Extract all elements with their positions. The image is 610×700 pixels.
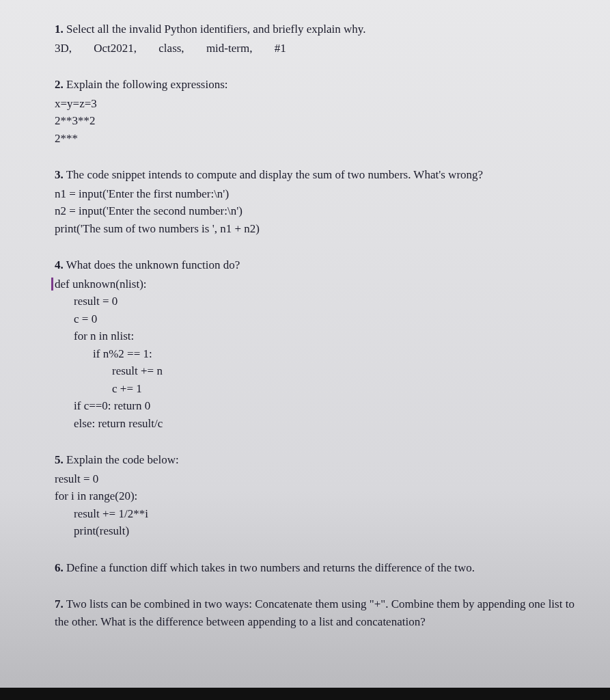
q3-line-2: print('The sum of two numbers is ', n1 +… [55,220,576,238]
document-page: 1. Select all the invalid Python identif… [0,0,610,670]
q4-line-3: if n%2 == 1: [93,345,576,363]
q1-options: 3D, Oct2021, class, mid-term, #1 [55,40,576,57]
q3-number: 3. [55,168,64,181]
q1-opt-1: Oct2021, [94,42,137,55]
q4-line-1: c = 0 [74,310,576,328]
q1-text: Select all the invalid Python identifier… [66,23,365,36]
question-6: 6. Define a function diff which takes in… [55,559,576,577]
q1-opt-2: class, [158,42,184,55]
q2-text: Explain the following expressions: [66,78,228,91]
q4-line-7: else: return result/c [74,415,576,433]
q7-number: 7. [55,597,64,610]
q4-number: 4. [55,258,64,271]
q1-number: 1. [55,23,64,36]
q5-prompt: 5. Explain the code below: [55,451,576,469]
q7-text: Two lists can be combined in two ways: C… [55,597,574,628]
question-5: 5. Explain the code below: result = 0 fo… [55,451,576,540]
q2-line-0: x=y=z=3 [55,95,576,113]
q3-line-0: n1 = input('Enter the first number:\n') [55,185,576,203]
q4-text: What does the unknown function do? [66,258,240,271]
question-3: 3. The code snippet intends to compute a… [55,166,576,237]
q1-opt-3: mid-term, [206,42,253,55]
q4-line-6: if c==0: return 0 [74,397,576,415]
question-4: 4. What does the unknown function do? de… [55,256,576,432]
q3-line-1: n2 = input('Enter the second number:\n') [55,202,576,220]
q5-line-1: for i in range(20): [55,487,576,505]
q4-line-0: result = 0 [74,293,576,310]
q4-line-4: result += n [112,362,576,380]
question-7: 7. Two lists can be combined in two ways… [55,595,576,630]
page-edge-shadow [0,688,610,700]
question-1: 1. Select all the invalid Python identif… [55,21,576,57]
q4-line-2: for n in nlist: [74,327,576,345]
q6-number: 6. [55,561,64,574]
q1-opt-4: #1 [275,42,286,55]
q2-line-1: 2**3**2 [55,112,576,130]
q2-line-2: 2*** [55,130,576,148]
q4-def-text: def unknown(nlist): [51,278,147,291]
q1-opt-0: 3D, [55,42,72,55]
q3-prompt: 3. The code snippet intends to compute a… [55,166,576,184]
q2-prompt: 2. Explain the following expressions: [55,76,576,94]
q5-text: Explain the code below: [66,453,179,466]
q5-line-0: result = 0 [55,470,576,488]
q5-line-2: result += 1/2**i [74,505,576,523]
q1-prompt: 1. Select all the invalid Python identif… [55,21,576,38]
q5-line-3: print(result) [74,522,576,540]
q6-prompt: 6. Define a function diff which takes in… [55,559,576,577]
q2-number: 2. [55,78,64,91]
q3-text: The code snippet intends to compute and … [66,168,483,181]
q6-text: Define a function diff which takes in tw… [66,561,475,574]
question-2: 2. Explain the following expressions: x=… [55,76,576,147]
q7-prompt: 7. Two lists can be combined in two ways… [55,595,576,630]
q4-line-5: c += 1 [112,380,576,398]
q4-prompt: 4. What does the unknown function do? [55,256,576,274]
q4-def: def unknown(nlist): [55,275,576,293]
q5-number: 5. [55,453,64,466]
